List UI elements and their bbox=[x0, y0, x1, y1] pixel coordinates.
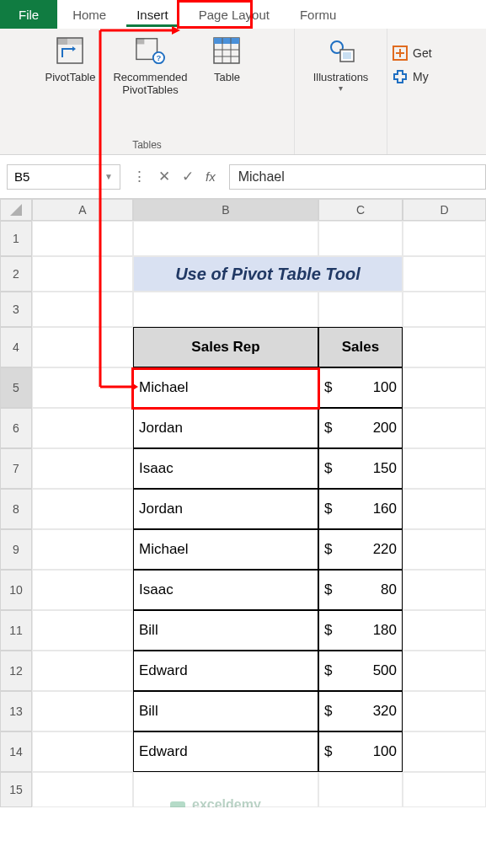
cell-C7-sales[interactable]: $150 bbox=[318, 448, 403, 489]
cell-A1[interactable] bbox=[32, 221, 133, 256]
cell-C5-sales[interactable]: $100 bbox=[318, 367, 403, 408]
cell-C6-sales[interactable]: $200 bbox=[318, 408, 403, 448]
get-addins-button[interactable]: Get bbox=[393, 46, 432, 61]
name-box[interactable]: B5 ▼ bbox=[7, 164, 120, 190]
row-header-5[interactable]: 5 bbox=[0, 367, 32, 408]
col-header-D[interactable]: D bbox=[403, 199, 486, 221]
cell-D8[interactable] bbox=[403, 489, 486, 529]
cell-A10[interactable] bbox=[32, 570, 133, 610]
cell-C11-sales[interactable]: $180 bbox=[318, 610, 403, 651]
formula-dots-icon[interactable]: ⋮ bbox=[132, 168, 147, 185]
cell-D6[interactable] bbox=[403, 408, 486, 448]
cell-A2[interactable] bbox=[32, 256, 133, 292]
cell-A6[interactable] bbox=[32, 408, 133, 448]
row-header-6[interactable]: 6 bbox=[0, 408, 32, 448]
cell-D14[interactable] bbox=[403, 731, 486, 772]
tab-file[interactable]: File bbox=[0, 0, 57, 29]
cell-A3[interactable] bbox=[32, 292, 133, 327]
row-header-11[interactable]: 11 bbox=[0, 610, 32, 651]
row-header-15[interactable]: 15 bbox=[0, 772, 32, 807]
cell-D5[interactable] bbox=[403, 367, 486, 408]
recommended-pivottables-button[interactable]: ? Recommended PivotTables bbox=[104, 32, 196, 99]
cell-D11[interactable] bbox=[403, 610, 486, 651]
tab-formulas[interactable]: Formu bbox=[285, 0, 351, 29]
formula-enter-button[interactable]: ✓ bbox=[182, 168, 194, 185]
cell-B13-rep[interactable]: Bill bbox=[133, 691, 318, 731]
cell-C1[interactable] bbox=[318, 221, 403, 256]
header-sales-rep[interactable]: Sales Rep bbox=[133, 327, 318, 367]
cell-C12-sales[interactable]: $500 bbox=[318, 651, 403, 691]
row-header-1[interactable]: 1 bbox=[0, 221, 32, 256]
cell-B12-rep[interactable]: Edward bbox=[133, 651, 318, 691]
cell-C14-sales[interactable]: $100 bbox=[318, 731, 403, 772]
row-header-10[interactable]: 10 bbox=[0, 570, 32, 610]
cell-D3[interactable] bbox=[403, 292, 486, 327]
cell-A15[interactable] bbox=[32, 772, 133, 807]
svg-marker-19 bbox=[10, 204, 22, 216]
tab-home[interactable]: Home bbox=[57, 0, 121, 29]
col-header-A[interactable]: A bbox=[32, 199, 133, 221]
illustrations-button[interactable]: Illustrations ▾ bbox=[310, 32, 372, 96]
row-header-8[interactable]: 8 bbox=[0, 489, 32, 529]
cell-D15[interactable] bbox=[403, 772, 486, 807]
row-header-3[interactable]: 3 bbox=[0, 292, 32, 327]
my-addins-button[interactable]: My bbox=[393, 69, 432, 84]
cell-D1[interactable] bbox=[403, 221, 486, 256]
cell-B1[interactable] bbox=[133, 221, 318, 256]
cell-A8[interactable] bbox=[32, 489, 133, 529]
cell-C8-sales[interactable]: $160 bbox=[318, 489, 403, 529]
cell-D4[interactable] bbox=[403, 327, 486, 367]
svg-rect-4 bbox=[136, 39, 144, 45]
tab-insert[interactable]: Insert bbox=[121, 0, 184, 29]
cell-B7-rep[interactable]: Isaac bbox=[133, 448, 318, 489]
row-header-13[interactable]: 13 bbox=[0, 691, 32, 731]
pivottable-button[interactable]: PivotTable bbox=[42, 32, 99, 99]
svg-text:?: ? bbox=[157, 53, 162, 62]
title-banner[interactable]: Use of Pivot Table Tool bbox=[133, 256, 403, 292]
cell-A14[interactable] bbox=[32, 731, 133, 772]
row-header-9[interactable]: 9 bbox=[0, 529, 32, 570]
cell-C15[interactable] bbox=[318, 772, 403, 807]
row-header-2[interactable]: 2 bbox=[0, 256, 32, 292]
cell-B9-rep[interactable]: Michael bbox=[133, 529, 318, 570]
cell-D9[interactable] bbox=[403, 529, 486, 570]
header-sales[interactable]: Sales bbox=[318, 327, 403, 367]
cell-D2[interactable] bbox=[403, 256, 486, 292]
row-header-12[interactable]: 12 bbox=[0, 651, 32, 691]
row-header-4[interactable]: 4 bbox=[0, 327, 32, 367]
fx-icon[interactable]: fx bbox=[206, 169, 216, 184]
cell-C9-sales[interactable]: $220 bbox=[318, 529, 403, 570]
col-header-C[interactable]: C bbox=[318, 199, 403, 221]
row-header-7[interactable]: 7 bbox=[0, 448, 32, 489]
cell-D7[interactable] bbox=[403, 448, 486, 489]
cell-B5-rep[interactable]: Michael bbox=[133, 367, 318, 408]
cell-B3[interactable] bbox=[133, 292, 318, 327]
cell-B6-rep[interactable]: Jordan bbox=[133, 408, 318, 448]
select-all-triangle[interactable] bbox=[0, 199, 32, 221]
cell-B11-rep[interactable]: Bill bbox=[133, 610, 318, 651]
cell-B10-rep[interactable]: Isaac bbox=[133, 570, 318, 610]
svg-rect-27 bbox=[170, 801, 185, 808]
cell-A7[interactable] bbox=[32, 448, 133, 489]
cell-A5[interactable] bbox=[32, 367, 133, 408]
cell-A9[interactable] bbox=[32, 529, 133, 570]
row-header-14[interactable]: 14 bbox=[0, 731, 32, 772]
formula-cancel-button[interactable]: ✕ bbox=[158, 168, 170, 185]
cell-D10[interactable] bbox=[403, 570, 486, 610]
table-button[interactable]: Table bbox=[201, 32, 252, 99]
formula-input[interactable]: Michael bbox=[229, 164, 486, 190]
cell-A13[interactable] bbox=[32, 691, 133, 731]
cell-C10-sales[interactable]: $80 bbox=[318, 570, 403, 610]
cell-A4[interactable] bbox=[32, 327, 133, 367]
cell-D12[interactable] bbox=[403, 651, 486, 691]
tab-page-layout[interactable]: Page Layout bbox=[184, 0, 285, 29]
cell-A11[interactable] bbox=[32, 610, 133, 651]
formula-text: Michael bbox=[238, 169, 285, 185]
cell-C13-sales[interactable]: $320 bbox=[318, 691, 403, 731]
col-header-B[interactable]: B bbox=[133, 199, 318, 221]
cell-A12[interactable] bbox=[32, 651, 133, 691]
cell-B14-rep[interactable]: Edward bbox=[133, 731, 318, 772]
cell-D13[interactable] bbox=[403, 691, 486, 731]
cell-C3[interactable] bbox=[318, 292, 403, 327]
cell-B8-rep[interactable]: Jordan bbox=[133, 489, 318, 529]
